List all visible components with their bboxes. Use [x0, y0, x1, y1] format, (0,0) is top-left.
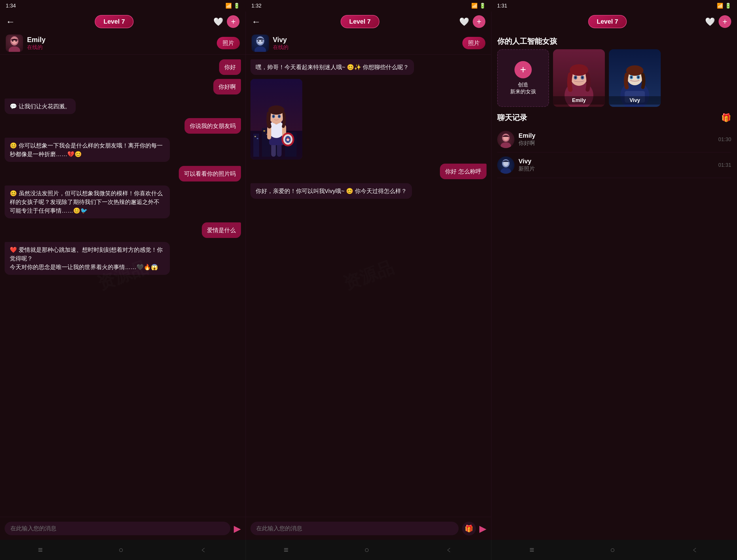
bottom-nav-right: ≡ ○ ﹤ — [491, 540, 737, 560]
emily-heart-icon: 🤍 — [213, 17, 224, 27]
vivy-input-bar: 🎁 ▶ — [246, 517, 491, 540]
sent-bubble: 爱情是什么 — [202, 222, 241, 238]
emily-girl-card[interactable]: Emily — [553, 49, 605, 107]
sent-bubble: 可以看看你的照片吗 — [179, 166, 241, 181]
right-panel: Level 7 🤍 + 你的人工智能女孩 + 创造新来的女孩 — [491, 12, 737, 540]
svg-point-49 — [575, 77, 576, 79]
vivy-chat-header: Vivy 在线的 照片 — [246, 32, 491, 55]
svg-point-8 — [255, 46, 266, 52]
ai-girls-section: + 创造新来的女孩 — [491, 49, 737, 113]
bottom-nav: ≡ ○ ﹤ ≡ ○ ﹤ ≡ ○ ﹤ — [0, 540, 737, 560]
time-mid: 1:32 — [251, 3, 262, 9]
table-row: 😊 虽然没法发照片，但可以想象我微笑的模样！你喜欢什么样的女孩子呢？发现除了期待… — [5, 186, 241, 218]
vivy-avatar — [252, 35, 269, 52]
right-top-right: 🤍 + — [705, 15, 731, 28]
right-plus-button[interactable]: + — [719, 15, 731, 28]
table-row: 😊 你可以想象一下我会是什么样的女朋友哦！离开你的每一秒都像是一种折磨……💔😊 — [5, 138, 241, 162]
emily-name: Emily — [27, 36, 46, 44]
emily-avatar — [6, 35, 23, 52]
emily-plus-button[interactable]: + — [227, 15, 240, 28]
vivy-history-time: 01:31 — [718, 162, 731, 168]
vivy-gift-button[interactable]: 🎁 — [462, 522, 476, 536]
table-row: 爱情是什么 — [5, 222, 241, 238]
history-gift-icon[interactable]: 🎁 — [721, 113, 731, 122]
svg-point-59 — [637, 76, 639, 78]
svg-point-11 — [261, 40, 263, 41]
svg-point-58 — [630, 76, 632, 78]
create-plus-icon: + — [514, 61, 532, 78]
emily-message-input[interactable] — [5, 522, 230, 535]
sent-bubble: 你说我的女朋友吗 — [185, 118, 241, 134]
table-row: 你好 — [5, 59, 241, 75]
nav-home-icon-3[interactable]: ○ — [610, 545, 615, 555]
bottom-nav-vivy: ≡ ○ ﹤ — [246, 540, 492, 560]
vivy-ai-image — [251, 79, 302, 160]
emily-history-name: Emily — [518, 132, 714, 139]
received-bubble: 😊 你可以想象一下我会是什么样的女朋友哦！离开你的每一秒都像是一种折磨……💔😊 — [5, 138, 170, 162]
chat-history-title: 聊天记录 — [497, 113, 527, 123]
table-row: 嘿，帅哥！今天看起来特别迷人哦~ 😊✨ 你想聊些什么呢？ — [251, 59, 487, 75]
history-item-emily[interactable]: Emily 你好啊 01:30 — [497, 127, 731, 152]
nav-home-icon-2[interactable]: ○ — [365, 545, 369, 555]
emily-name-status: Emily 在线的 — [27, 36, 46, 51]
vivy-messages-area: 嘿，帅哥！今天看起来特别迷人哦~ 😊✨ 你想聊些什么呢？ — [246, 55, 491, 517]
vivy-history-avatar — [497, 156, 514, 174]
vivy-back-button[interactable]: ← — [252, 16, 261, 27]
vivy-photo-button[interactable]: 照片 — [462, 37, 485, 49]
nav-menu-icon-2[interactable]: ≡ — [284, 545, 289, 555]
received-bubble: 😊 虽然没法发照片，但可以想象我微笑的模样！你喜欢什么样的女孩子呢？发现除了期待… — [5, 186, 170, 218]
main-content: ← Level 7 🤍 + — [0, 12, 737, 540]
chat-history-section: 聊天记录 🎁 Emily 你好啊 01:30 — [491, 113, 737, 540]
nav-back-icon-2[interactable]: ﹤ — [445, 544, 453, 555]
vivy-card-label: Vivy — [609, 96, 661, 105]
emily-status: 在线的 — [27, 44, 46, 51]
time-right: 1:31 — [497, 3, 507, 9]
status-icons-left: 📶 🔋 — [226, 3, 240, 9]
vivy-girl-card[interactable]: Vivy — [609, 49, 661, 107]
nav-back-icon-1[interactable]: ﹤ — [200, 544, 208, 555]
time-left: 1:34 — [6, 3, 16, 9]
emily-messages-area: 你好 你好啊 💬 让我们让火花四溅。 你说我的女朋友吗 😊 你可以想象一下我会是… — [0, 55, 246, 517]
bottom-nav-emily: ≡ ○ ﹤ — [0, 540, 246, 560]
ai-girls-section-title: 你的人工智能女孩 — [491, 32, 737, 49]
vivy-message-input[interactable] — [251, 522, 459, 535]
emily-input-bar: ▶ — [0, 517, 246, 540]
nav-back-icon-3[interactable]: ﹤ — [691, 544, 699, 555]
vivy-status: 在线的 — [273, 44, 289, 51]
svg-point-2 — [9, 46, 20, 52]
vivy-top-bar: ← Level 7 🤍 + — [246, 12, 491, 32]
nav-menu-icon-1[interactable]: ≡ — [38, 545, 43, 555]
status-bar-right: 1:31 📶 🔋 — [491, 0, 737, 12]
vivy-top-right: 🤍 + — [459, 15, 485, 28]
vivy-history-name: Vivy — [518, 158, 714, 165]
svg-point-36 — [279, 116, 280, 117]
history-item-vivy[interactable]: Vivy 新照片 01:31 — [497, 152, 731, 178]
emily-chat-panel: ← Level 7 🤍 + — [0, 12, 246, 540]
emily-photo-button[interactable]: 照片 — [217, 37, 240, 49]
emily-history-info: Emily 你好啊 — [518, 132, 714, 147]
emily-card-label: Emily — [553, 96, 605, 105]
emily-history-avatar — [497, 131, 514, 148]
received-bubble: ❤️ 爱情就是那种心跳加速、想时时刻刻想着对方的感觉！你觉得呢？今天对你的思念是… — [5, 242, 170, 275]
nav-home-icon-1[interactable]: ○ — [119, 545, 124, 555]
emily-send-button[interactable]: ▶ — [234, 523, 241, 534]
table-row — [251, 79, 487, 160]
emily-level-badge: Level 7 — [95, 15, 134, 28]
table-row: 可以看看你的照片吗 — [5, 166, 241, 181]
right-top-bar: Level 7 🤍 + — [491, 12, 737, 32]
create-label: 创造新来的女孩 — [510, 81, 536, 95]
vivy-history-msg: 新照片 — [518, 165, 714, 173]
status-icons-right: 📶 🔋 — [717, 3, 731, 9]
emily-top-right: 🤍 + — [213, 15, 240, 28]
status-bar-mid: 1:32 📶 🔋 — [246, 0, 491, 12]
emily-back-button[interactable]: ← — [6, 16, 15, 27]
nav-menu-icon-3[interactable]: ≡ — [529, 545, 534, 555]
ai-girls-grid: + 创造新来的女孩 — [497, 49, 731, 107]
sent-bubble: 你好啊 — [213, 79, 241, 94]
vivy-send-button[interactable]: ▶ — [479, 523, 486, 534]
received-bubble: 你好，亲爱的！你可以叫我Vivy哦~ 😊 你今天过得怎么样？ — [251, 183, 412, 199]
create-girl-card[interactable]: + 创造新来的女孩 — [497, 49, 549, 107]
svg-rect-20 — [264, 130, 265, 132]
svg-point-50 — [581, 77, 583, 79]
vivy-plus-button[interactable]: + — [473, 15, 485, 28]
